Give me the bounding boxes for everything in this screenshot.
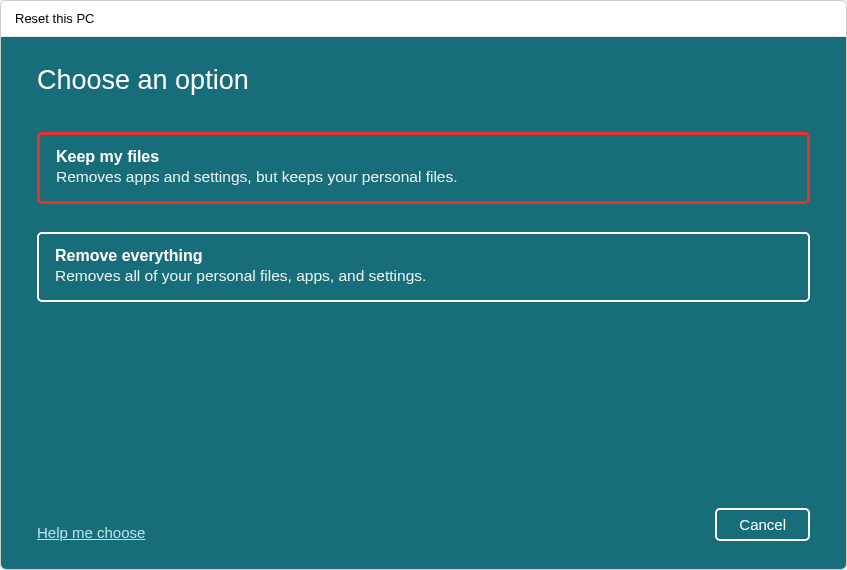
option-title: Keep my files <box>56 148 791 166</box>
dialog-content: Choose an option Keep my files Removes a… <box>1 37 846 569</box>
option-remove-everything[interactable]: Remove everything Removes all of your pe… <box>37 232 810 302</box>
help-me-choose-link[interactable]: Help me choose <box>37 524 145 541</box>
option-title: Remove everything <box>55 247 792 265</box>
option-description: Removes all of your personal files, apps… <box>55 267 792 285</box>
cancel-button[interactable]: Cancel <box>715 508 810 541</box>
option-keep-my-files[interactable]: Keep my files Removes apps and settings,… <box>37 132 810 204</box>
window-title: Reset this PC <box>15 11 94 26</box>
option-description: Removes apps and settings, but keeps you… <box>56 168 791 186</box>
dialog-footer: Help me choose Cancel <box>37 508 810 547</box>
reset-pc-window: Reset this PC Choose an option Keep my f… <box>0 0 847 570</box>
window-titlebar: Reset this PC <box>1 1 846 37</box>
page-heading: Choose an option <box>37 65 810 96</box>
